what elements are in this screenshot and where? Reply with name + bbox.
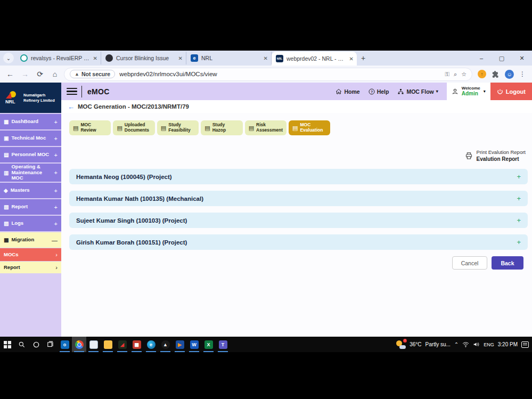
- tab-uploaded-documents[interactable]: ▤ Uploaded Documents: [113, 120, 154, 135]
- print-report-label[interactable]: Print Evalution Report: [477, 149, 526, 156]
- browser-tab[interactable]: revalsys - RevalERP - Time Shee ✕: [16, 52, 101, 64]
- taskbar-app-file-explorer[interactable]: [101, 337, 115, 352]
- browser-tab[interactable]: e NRL ✕: [186, 52, 272, 64]
- profile-avatar[interactable]: ☺: [505, 70, 514, 79]
- bookmark-star-icon[interactable]: ☆: [461, 71, 466, 78]
- tab-close-icon[interactable]: ✕: [349, 56, 354, 62]
- taskbar-app-word[interactable]: W: [187, 337, 201, 352]
- user-menu[interactable]: Welcome Admin ▾: [447, 83, 490, 100]
- sidebar-item-migration-report[interactable]: Report ›: [0, 262, 61, 273]
- taskbar-app-edge[interactable]: e: [144, 337, 158, 352]
- tab-moc-evaluation-active[interactable]: ▤ MOC Evaluation: [289, 120, 330, 135]
- tab-close-icon[interactable]: ✕: [264, 55, 268, 61]
- taskbar-app-chrome[interactable]: [72, 337, 86, 352]
- tab-moc-review[interactable]: ▤ MOC Review: [69, 120, 111, 135]
- taskbar-app-outlook[interactable]: o: [58, 337, 72, 352]
- expand-plus-icon[interactable]: +: [517, 216, 521, 224]
- accordion-row[interactable]: Girish Kumar Borah (100151) (Project) +: [69, 234, 528, 250]
- accordion-row[interactable]: Sujeet Kumar Singh (100103) (Project) +: [69, 213, 528, 228]
- expand-plus-icon[interactable]: +: [54, 221, 58, 227]
- logout-button[interactable]: Logout: [490, 83, 532, 100]
- sidebar-item-logs[interactable]: ▨ Logs +: [0, 216, 61, 231]
- tab-study-hazop[interactable]: ▤ Study Hazop: [201, 120, 242, 135]
- back-button[interactable]: Back: [492, 256, 523, 270]
- expand-plus-icon[interactable]: +: [517, 173, 521, 181]
- tab-close-icon[interactable]: ✕: [178, 55, 183, 61]
- expand-plus-icon[interactable]: +: [54, 204, 58, 210]
- wifi-icon[interactable]: [462, 341, 469, 347]
- print-report-link[interactable]: Print Evalution Report Evalution Report: [64, 149, 526, 162]
- language-indicator[interactable]: ENG: [484, 342, 494, 347]
- expand-plus-icon[interactable]: +: [54, 135, 58, 142]
- taskbar-app-excel[interactable]: X: [201, 337, 216, 352]
- expand-plus-icon[interactable]: +: [54, 119, 58, 125]
- nav-moc-flow[interactable]: MOC Flow ▾: [397, 88, 438, 95]
- restore-button[interactable]: ▢: [492, 51, 512, 66]
- temperature[interactable]: 36°C: [410, 341, 421, 347]
- evaluation-report-label[interactable]: Evalution Report: [477, 156, 526, 162]
- window-controls: – ▢ ✕: [471, 51, 532, 66]
- taskbar-app-photos[interactable]: ▲: [158, 337, 173, 352]
- search-icon: [18, 341, 26, 348]
- extensions-puzzle-icon[interactable]: [492, 70, 500, 78]
- sidebar-item-personnel-moc[interactable]: ▤ Personnel MOC +: [0, 147, 61, 162]
- address-bar[interactable]: ▲ Not secure webprdev02/nrlmocv3ui/MOCs/…: [64, 68, 472, 81]
- expand-plus-icon[interactable]: +: [54, 169, 58, 176]
- collapse-minus-icon[interactable]: —: [52, 237, 58, 243]
- taskbar-app-teams[interactable]: T: [216, 337, 230, 352]
- weather-label[interactable]: Partly su...: [425, 341, 451, 347]
- sidebar-item-migration[interactable]: ▩ Migration —: [0, 232, 61, 248]
- start-button[interactable]: [0, 337, 14, 352]
- browser-tab-active[interactable]: NRL webprdev02 - NRL - MOCs List ✕: [272, 52, 357, 66]
- taskbar-app-snip[interactable]: ◢: [115, 337, 129, 352]
- evaluator-accordion-list: Hemanta Neog (100045) (Project) + Hemant…: [69, 169, 528, 250]
- expand-plus-icon[interactable]: +: [517, 194, 521, 202]
- accordion-row[interactable]: Hemanta Kumar Nath (100135) (Mechanical)…: [69, 191, 528, 206]
- speaker-icon[interactable]: [473, 341, 480, 347]
- search-button[interactable]: [14, 337, 29, 352]
- password-key-icon[interactable]: ⚿: [445, 71, 449, 78]
- cancel-button[interactable]: Cancel: [452, 256, 487, 270]
- taskbar-app-media-player[interactable]: ▶: [173, 337, 187, 352]
- minimize-button[interactable]: –: [471, 51, 492, 66]
- not-secure-chip[interactable]: ▲ Not secure: [70, 70, 115, 78]
- tab-risk-assessment[interactable]: ▤ Risk Assessment: [245, 120, 287, 135]
- nav-help[interactable]: ? Help: [369, 88, 389, 95]
- nav-home[interactable]: Home: [335, 88, 359, 95]
- hamburger-menu-icon[interactable]: [67, 88, 77, 95]
- expand-plus-icon[interactable]: +: [54, 188, 58, 194]
- forward-icon[interactable]: →: [19, 70, 31, 78]
- chevron-up-icon[interactable]: ⌃: [454, 341, 459, 347]
- accordion-row[interactable]: Hemanta Neog (100045) (Project) +: [69, 169, 528, 184]
- sidebar-item-mocs-active[interactable]: MOCs ›: [0, 248, 61, 261]
- sidebar-item-masters[interactable]: ◆ Masters +: [0, 183, 61, 198]
- browser-tab[interactable]: Cursor Blinking Issue ✕: [101, 52, 186, 64]
- weather-icon[interactable]: !: [396, 340, 406, 349]
- expand-plus-icon[interactable]: +: [517, 238, 521, 246]
- expand-plus-icon[interactable]: +: [54, 152, 58, 158]
- new-tab-button[interactable]: +: [357, 52, 370, 64]
- reload-icon[interactable]: ⟳: [34, 70, 46, 78]
- sidebar-item-operating-maintenance-moc[interactable]: ▥ Operating & Maintenance MOC +: [0, 164, 61, 182]
- back-icon[interactable]: ←: [4, 70, 16, 78]
- action-center-icon[interactable]: [521, 341, 529, 348]
- home-icon[interactable]: ⌂: [49, 70, 61, 78]
- taskbar-app-notes[interactable]: [86, 337, 101, 352]
- browser-menu-icon[interactable]: ⋮: [519, 70, 526, 78]
- tab-search-button[interactable]: ⌄: [3, 53, 14, 63]
- clock[interactable]: 3:20 PM: [498, 341, 518, 347]
- chrome-update-icon[interactable]: ↑: [478, 70, 486, 78]
- tab-study-feasibility[interactable]: ▤ Study Feasibility: [157, 120, 199, 135]
- zoom-icon[interactable]: ⌕: [454, 71, 457, 78]
- taskbar-app-security[interactable]: ▦: [129, 337, 144, 352]
- close-button[interactable]: ✕: [512, 51, 532, 66]
- tab-close-icon[interactable]: ✕: [93, 55, 97, 61]
- cortana-button[interactable]: [29, 337, 43, 352]
- sidebar-item-dashboard[interactable]: ▦ DashBoard +: [0, 114, 61, 129]
- sidebar-item-report[interactable]: ▧ Report +: [0, 199, 61, 215]
- svg-text:NRL: NRL: [5, 99, 15, 104]
- url-text[interactable]: webprdev02/nrlmocv3ui/MOCs/view: [119, 71, 440, 77]
- task-view-button[interactable]: [43, 337, 58, 352]
- sidebar-item-technical-moc[interactable]: ▣ Technical Moc +: [0, 131, 61, 146]
- back-arrow-icon[interactable]: ←: [68, 103, 75, 111]
